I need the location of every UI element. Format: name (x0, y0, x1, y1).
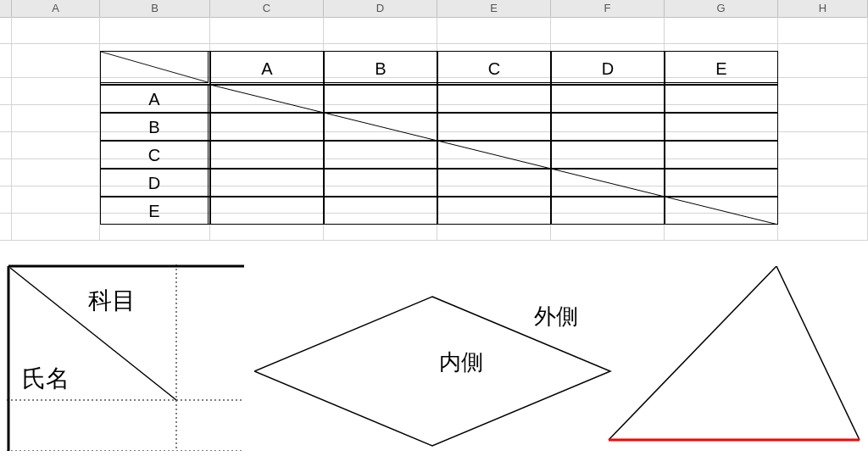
table-row: C (100, 141, 778, 169)
table-row-label[interactable]: B (100, 113, 210, 141)
matrix-table: A B C D E A B C D E (100, 51, 778, 225)
table-cell[interactable] (665, 85, 778, 113)
table-cell[interactable] (210, 169, 324, 197)
table-header-row: A B C D E (100, 51, 778, 85)
table-row: A (100, 85, 778, 113)
table-row-label[interactable]: E (100, 197, 210, 225)
col-header-F[interactable]: F (551, 0, 665, 17)
table-cell[interactable] (665, 169, 778, 197)
column-header-row: A B C D E F G H (0, 0, 868, 18)
col-header-A[interactable]: A (12, 0, 100, 17)
col-header-C[interactable]: C (210, 0, 324, 17)
table-cell[interactable] (437, 197, 551, 225)
col-header-B[interactable]: B (100, 0, 210, 17)
col-header-G[interactable]: G (665, 0, 778, 17)
col-header-E[interactable]: E (437, 0, 551, 17)
svg-line-0 (101, 52, 208, 82)
table-cell[interactable] (551, 141, 665, 169)
table-cell[interactable] (437, 113, 551, 141)
table-cell[interactable] (665, 197, 778, 225)
outside-label: 外側 (534, 302, 578, 331)
diamond-shape-example: 内側 外側 (254, 286, 619, 448)
table-cell[interactable] (324, 197, 437, 225)
col-header-gutter (0, 0, 12, 17)
table-cell[interactable] (437, 85, 551, 113)
table-cell[interactable] (551, 169, 665, 197)
table-row: D (100, 169, 778, 197)
table-cell[interactable] (551, 113, 665, 141)
table-cell[interactable] (210, 85, 324, 113)
table-header-cell[interactable]: D (551, 51, 665, 85)
table-header-cell[interactable]: C (437, 51, 551, 85)
table-row-label[interactable]: C (100, 141, 210, 169)
table-cell[interactable] (437, 141, 551, 169)
table-cell[interactable] (551, 85, 665, 113)
col-header-D[interactable]: D (324, 0, 437, 17)
table-cell[interactable] (324, 169, 437, 197)
diagonal-header-example: 科目 氏名 (7, 264, 244, 451)
table-row-label[interactable]: D (100, 169, 210, 197)
name-label: 氏名 (22, 363, 70, 395)
table-cell[interactable] (665, 113, 778, 141)
table-cell[interactable] (437, 169, 551, 197)
table-cell[interactable] (324, 85, 437, 113)
table-cell[interactable] (324, 141, 437, 169)
table-cell[interactable] (665, 141, 778, 169)
table-header-cell[interactable]: E (665, 51, 778, 85)
col-header-H[interactable]: H (778, 0, 868, 17)
spreadsheet-view: A B C D E F G H (0, 0, 868, 456)
table-row: E (100, 197, 778, 225)
svg-line-10 (609, 266, 776, 440)
table-cell[interactable] (324, 113, 437, 141)
table-row: B (100, 113, 778, 141)
inside-label: 内側 (439, 348, 483, 377)
table-corner-cell[interactable] (100, 51, 210, 85)
table-cell[interactable] (551, 197, 665, 225)
table-header-cell[interactable]: A (210, 51, 324, 85)
diagonal-line-icon (101, 52, 208, 82)
subject-label: 科目 (88, 285, 136, 317)
table-cell[interactable] (210, 113, 324, 141)
triangle-icon (607, 266, 861, 444)
table-header-cell[interactable]: B (324, 51, 437, 85)
bottom-annotations: 科目 氏名 内側 外側 (0, 261, 868, 456)
svg-line-11 (776, 266, 860, 440)
table-cell[interactable] (210, 141, 324, 169)
triangle-shape-example (607, 266, 861, 444)
table-cell[interactable] (210, 197, 324, 225)
table-row-label[interactable]: A (100, 85, 210, 113)
